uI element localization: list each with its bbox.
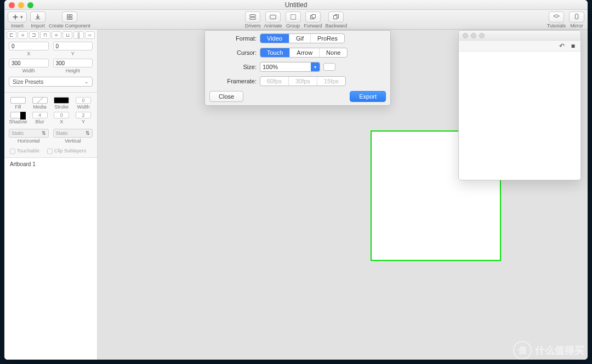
backward-label: Backward — [326, 23, 348, 29]
align-top-button[interactable]: ⊓ — [40, 31, 50, 39]
preview-traffic-lights — [463, 33, 485, 38]
plus-icon — [12, 13, 19, 21]
import-button[interactable] — [30, 12, 45, 22]
svg-rect-4 — [250, 15, 256, 17]
mirror-label: Mirror — [570, 23, 583, 29]
forward-button[interactable] — [305, 12, 321, 22]
x-input[interactable] — [9, 42, 49, 50]
toolbar-import: Import — [30, 12, 45, 29]
format-gif-option[interactable]: Gif — [289, 34, 311, 43]
svg-rect-2 — [67, 18, 70, 20]
cursor-segment: Touch Arrow None — [260, 48, 348, 58]
svg-rect-9 — [312, 15, 315, 18]
width-input[interactable] — [9, 59, 49, 67]
align-bottom-button[interactable]: ⊔ — [62, 31, 72, 39]
chevron-down-icon: ▾ — [311, 62, 320, 71]
backward-icon — [332, 13, 340, 21]
toolbar-center: Drivers Animate Group Forward Backward — [245, 12, 347, 29]
framerate-15-option: 15fps — [317, 77, 345, 86]
animate-button[interactable] — [265, 12, 281, 22]
inspector-panel: ⊏ ≡ ⊐ ⊓ ≡ ⊔ ║ ═ X Y Width Height Size Pr… — [4, 30, 98, 360]
forward-label: Forward — [304, 23, 322, 29]
insert-button[interactable]: ▾ — [8, 12, 27, 22]
stroke-width-label: Width — [77, 104, 90, 110]
height-input[interactable] — [53, 59, 93, 67]
group-button[interactable] — [286, 12, 301, 22]
horizontal-label: Horizontal — [18, 138, 40, 144]
svg-rect-3 — [70, 18, 72, 20]
divider — [4, 92, 97, 93]
preview-window: ↶ ■ — [458, 30, 581, 180]
format-prores-option[interactable]: ProRes — [311, 34, 344, 43]
titlebar: Untitled — [4, 0, 588, 10]
preview-close-icon[interactable] — [463, 33, 468, 38]
sy-label: Y — [82, 119, 85, 124]
horizontal-constraint-select[interactable]: Static⇅ — [9, 129, 49, 138]
preview-minimize-icon[interactable] — [471, 33, 476, 38]
cursor-touch-option[interactable]: Touch — [260, 48, 290, 57]
stroke-label: Stroke — [54, 104, 69, 110]
touchable-checkbox[interactable]: Touchable — [10, 148, 39, 154]
blur-label: Blur — [36, 119, 44, 124]
format-video-option[interactable]: Video — [260, 34, 289, 43]
animate-label: Animate — [264, 23, 282, 29]
format-label: Format: — [205, 35, 260, 42]
svg-rect-12 — [575, 14, 578, 19]
cursor-arrow-option[interactable]: Arrow — [290, 48, 320, 57]
vertical-constraint-select[interactable]: Static⇅ — [53, 129, 93, 138]
fill-swatch[interactable] — [10, 97, 26, 104]
distribute-h-button[interactable]: ║ — [73, 31, 83, 39]
y-input[interactable] — [53, 42, 93, 50]
media-swatch[interactable] — [32, 97, 48, 104]
size-label: Size: — [205, 64, 260, 70]
distribute-v-button[interactable]: ═ — [85, 31, 95, 39]
framerate-segment: 60fps 30fps 15fps — [260, 76, 346, 86]
layers-list: Artboard 1 — [4, 157, 97, 360]
toolbar-insert: ▾ Insert — [8, 12, 27, 29]
align-left-button[interactable]: ⊏ — [7, 31, 16, 39]
svg-rect-7 — [291, 15, 295, 20]
size-select[interactable]: 100% ▾ — [260, 62, 320, 72]
drivers-label: Drivers — [245, 23, 261, 29]
stroke-width-input[interactable] — [76, 97, 91, 104]
preview-maximize-icon[interactable] — [479, 33, 485, 38]
tutorials-icon — [553, 13, 560, 21]
tutorials-label: Tutorials — [547, 23, 566, 29]
shadow-x-input[interactable] — [54, 112, 69, 118]
preview-titlebar — [459, 31, 580, 41]
size-presets-select[interactable]: Size Presets ⌄ — [9, 77, 93, 87]
mirror-icon — [573, 13, 580, 21]
shadow-swatch[interactable] — [10, 112, 26, 118]
cursor-none-option[interactable]: None — [320, 48, 347, 57]
toolbar: ▾ Insert Import Create Component Drivers… — [4, 10, 588, 30]
undo-icon[interactable]: ↶ — [559, 42, 565, 50]
retina-toggle[interactable] — [323, 63, 335, 71]
toolbar-right: Tutorials Mirror — [547, 12, 584, 29]
backward-button[interactable] — [328, 12, 344, 22]
tutorials-button[interactable] — [549, 12, 564, 22]
clip-sublayers-checkbox[interactable]: Clip Sublayers — [47, 148, 86, 154]
layer-item[interactable]: Artboard 1 — [10, 161, 92, 167]
svg-rect-6 — [270, 15, 276, 19]
export-button[interactable]: Export — [350, 91, 386, 102]
stroke-swatch[interactable] — [54, 97, 69, 104]
toolbar-component: Create Component — [49, 12, 90, 29]
mirror-button[interactable] — [569, 12, 584, 22]
chevron-updown-icon: ⇅ — [86, 130, 90, 136]
align-vcenter-button[interactable]: ≡ — [52, 31, 61, 39]
shadow-y-input[interactable] — [76, 112, 91, 118]
blur-input[interactable] — [32, 112, 48, 118]
shadow-label: Shadow — [9, 119, 27, 124]
close-button[interactable]: Close — [209, 91, 243, 102]
fill-label: Fill — [15, 104, 21, 110]
align-right-button[interactable]: ⊐ — [29, 31, 39, 39]
animate-icon — [269, 13, 277, 21]
media-label: Media — [33, 104, 47, 110]
drivers-button[interactable] — [245, 12, 260, 22]
group-label: Group — [286, 23, 300, 29]
record-icon[interactable]: ■ — [571, 42, 575, 50]
align-hcenter-button[interactable]: ≡ — [18, 31, 27, 39]
toolbar-left: ▾ Insert Import Create Component — [8, 12, 90, 29]
create-component-button[interactable] — [62, 12, 77, 22]
chevron-updown-icon: ⇅ — [42, 130, 46, 136]
